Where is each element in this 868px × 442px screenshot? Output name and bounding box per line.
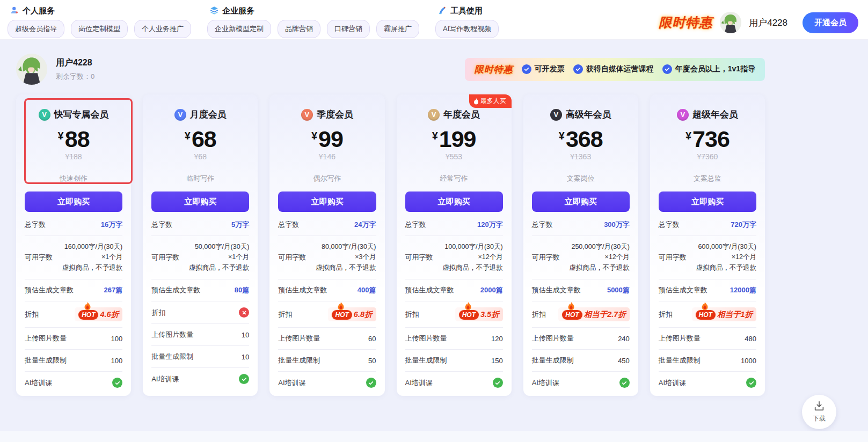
plan-features: 总字数 120万字 可用字数 100,000字/月(30天) ×12个月 虚拟商… (405, 214, 503, 394)
plan-features: 总字数 24万字 可用字数 80,000字/月(30天) ×3个月 虚拟商品，不… (278, 214, 376, 394)
check-icon (662, 64, 672, 74)
benefit-invoice: 可开发票 (522, 64, 565, 74)
nav-chip[interactable]: AI写作教程视频 (435, 20, 499, 38)
feature-usable-words: 可用字数 80,000字/月(30天) ×3个月 虚拟商品，不予退款 (278, 236, 376, 279)
plans-grid: V 快写专属会员 ¥88 ¥188 快速创作 立即购买 总字数 16万字 可用字… (16, 94, 765, 396)
feature-discount: 折扣 HOT 4.6折 (25, 301, 122, 328)
person-icon (10, 5, 19, 17)
plan-description: 临时写作 (151, 174, 249, 183)
nav-chip[interactable]: 口碑营销 (327, 20, 370, 38)
vip-icon: V (174, 109, 186, 121)
plan-head: V 季度会员 ¥99 ¥146 偶尔写作 立即购买 (278, 101, 376, 212)
nav-chip[interactable]: 超级会员指导 (8, 20, 64, 38)
plan-head: V 高级年会员 ¥368 ¥1363 文案岗位 立即购买 (532, 101, 630, 212)
buy-now-button[interactable]: 立即购买 (532, 191, 630, 212)
plan-features: 总字数 16万字 可用字数 160,000字/月(30天) ×1个月 虚拟商品，… (25, 214, 122, 394)
flame-icon (701, 302, 709, 311)
flash-sale-badge: 限时特惠 (659, 14, 712, 31)
plan-old-price: ¥146 (278, 152, 376, 161)
flame-icon (83, 302, 92, 311)
vip-icon: V (677, 109, 689, 121)
nav-chip[interactable]: 个人业务推广 (134, 20, 191, 38)
nav-chips-personal: 超级会员指导岗位定制模型个人业务推广 (8, 20, 191, 38)
plan-features: 总字数 5万字 可用字数 50,000字/月(30天) ×1个月 虚拟商品，不予… (151, 214, 249, 390)
open-vip-button[interactable]: 开通会员 (803, 12, 858, 33)
plan-price: ¥88 (25, 126, 122, 152)
vip-icon: V (39, 109, 50, 121)
feature-upload-images: 上传图片数量 240 (532, 328, 630, 350)
nav-chips-enterprise: 企业新模型定制品牌营销口碑营销霸屏推广 (207, 20, 419, 38)
feature-est-articles: 预估生成文章数 5000篇 (532, 279, 630, 301)
plan-title: V 快写专属会员 (25, 108, 122, 121)
feature-usable-words: 可用字数 50,000字/月(30天) ×1个月 虚拟商品，不予退款 (151, 236, 249, 279)
plan-head: V 年度会员 ¥199 ¥553 经常写作 立即购买 (405, 101, 503, 212)
feature-discount: 折扣 HOT 相当于1折 (659, 301, 756, 328)
plan-price: ¥368 (532, 126, 630, 152)
buy-now-button[interactable]: 立即购买 (151, 191, 249, 212)
currency-symbol: ¥ (311, 130, 317, 142)
usable-words-value: 100,000字/月(30天) ×12个月 虚拟商品，不予退款 (442, 242, 503, 273)
feature-batch-limit: 批量生成限制 150 (405, 350, 503, 372)
plan-description: 经常写作 (405, 174, 503, 183)
download-button[interactable]: 下载 (802, 395, 836, 429)
nav-group-tools: 工具使用 AI写作教程视频 (435, 4, 499, 38)
buy-now-button[interactable]: 立即购买 (25, 191, 122, 212)
feature-ai-course: AI培训课 (151, 368, 249, 390)
feature-est-articles: 预估生成文章数 2000篇 (405, 279, 503, 301)
buy-now-button[interactable]: 立即购买 (278, 191, 376, 212)
plan-head: V 月度会员 ¥68 ¥68 临时写作 立即购买 (151, 101, 249, 212)
usable-words-value: 250,000字/月(30天) ×12个月 虚拟商品，不予退款 (569, 242, 630, 273)
nav-chips-tools: AI写作教程视频 (435, 20, 499, 38)
feature-upload-images: 上传图片数量 10 (151, 324, 249, 346)
nav-group-personal: 个人服务 超级会员指导岗位定制模型个人业务推广 (8, 4, 191, 38)
feature-ai-course: AI培训课 (532, 372, 630, 394)
nav-group-personal-title: 个人服务 (8, 4, 191, 20)
plan-title: V 月度会员 (151, 108, 249, 121)
flame-icon (567, 302, 575, 311)
feature-upload-images: 上传图片数量 100 (25, 328, 122, 350)
discount-hot-badge: HOT 4.6折 (75, 307, 122, 321)
plan-title: V 季度会员 (278, 108, 376, 121)
remaining-words: 剩余字数：0 (56, 72, 94, 82)
feature-discount: 折扣 HOT 相当于2.7折 (532, 301, 630, 328)
feature-est-articles: 预估生成文章数 400篇 (278, 279, 376, 301)
nav-group-tools-title: 工具使用 (435, 4, 499, 20)
feature-total-words: 总字数 16万字 (25, 214, 122, 236)
download-label: 下载 (813, 414, 826, 423)
flame-icon (473, 98, 479, 105)
feature-upload-images: 上传图片数量 120 (405, 328, 503, 350)
nav-group-enterprise: 企业服务 企业新模型定制品牌营销口碑营销霸屏推广 (207, 4, 419, 38)
currency-symbol: ¥ (432, 130, 438, 142)
plan-card: V 超级年会员 ¥736 ¥7360 文案总监 立即购买 总字数 720万字 可… (650, 94, 765, 396)
buy-now-button[interactable]: 立即购买 (659, 191, 756, 212)
check-icon (522, 64, 531, 74)
plan-description: 文案岗位 (532, 174, 630, 183)
promo-banner: 限时特惠 可开发票 获得自媒体运营课程 年度会员以上，1v1指导 (465, 58, 765, 81)
user-avatar[interactable] (720, 12, 741, 33)
included-check-icon (366, 378, 376, 388)
plan-head: V 超级年会员 ¥736 ¥7360 文案总监 立即购买 (659, 101, 756, 212)
nav-group-enterprise-title: 企业服务 (207, 4, 419, 20)
usable-words-value: 50,000字/月(30天) ×1个月 虚拟商品，不予退款 (189, 242, 250, 273)
plan-title: V 超级年会员 (659, 108, 756, 121)
user-meta: 用户4228 剩余字数：0 (56, 57, 94, 82)
plan-card: V 高级年会员 ¥368 ¥1363 文案岗位 立即购买 总字数 300万字 可… (523, 94, 638, 396)
plan-description: 文案总监 (659, 174, 756, 183)
nav-chip[interactable]: 霸屏推广 (376, 20, 419, 38)
buy-now-button[interactable]: 立即购买 (405, 191, 503, 212)
currency-symbol: ¥ (559, 130, 565, 142)
plan-old-price: ¥68 (151, 152, 249, 161)
plan-card: V 快写专属会员 ¥88 ¥188 快速创作 立即购买 总字数 16万字 可用字… (16, 94, 131, 396)
feature-discount: 折扣 HOT 6.8折 (278, 301, 376, 328)
nav-chip[interactable]: 品牌营销 (278, 20, 320, 38)
nav-chip[interactable]: 企业新模型定制 (207, 20, 271, 38)
plan-price: ¥99 (278, 126, 376, 152)
nav-chip[interactable]: 岗位定制模型 (71, 20, 128, 38)
benefit-guidance: 年度会员以上，1v1指导 (662, 64, 755, 74)
feature-est-articles: 预估生成文章数 12000篇 (659, 279, 756, 301)
usable-words-value: 600,000字/月(30天) ×12个月 虚拟商品，不予退款 (696, 242, 757, 273)
feature-total-words: 总字数 5万字 (151, 214, 249, 236)
plan-old-price: ¥188 (25, 152, 122, 161)
flame-icon (337, 302, 345, 311)
feature-usable-words: 可用字数 600,000字/月(30天) ×12个月 虚拟商品，不予退款 (659, 236, 756, 279)
